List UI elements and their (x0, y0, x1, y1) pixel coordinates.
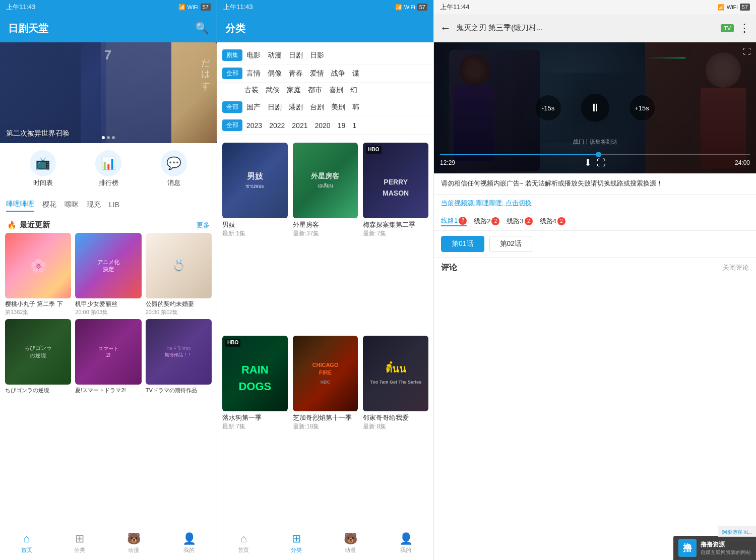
download-icon[interactable]: ⬇ (584, 157, 592, 168)
right-status-bar: 上午11:44 📶 WiFi 57 (434, 0, 756, 14)
cat-jiating[interactable]: 家庭 (287, 86, 301, 95)
resize-icon[interactable]: ⛶ (597, 158, 606, 168)
cat-row-year: 全部 2023 2022 2021 2020 19 1 (217, 116, 433, 135)
tab-sakura[interactable]: 樱花 (42, 198, 56, 211)
cat-2020[interactable]: 2020 (314, 121, 330, 130)
m-bottom-anime[interactable]: 🐻 动漫 (344, 532, 357, 554)
bottom-nav-home[interactable]: ⌂ 首页 (21, 532, 32, 554)
m-bottom-category[interactable]: ⊞ 分类 (291, 532, 302, 554)
list-item[interactable]: スマート2! 夏!スマートドラマ2! (75, 319, 141, 394)
series-item-alien[interactable]: 外星房客 เอเลียน 外星房客 最新:37集 (293, 143, 358, 331)
list-item[interactable]: 💍 公爵的契约未婚妻 20:30 第02集 (146, 233, 212, 316)
cat-2022[interactable]: 2022 (269, 121, 285, 130)
back-button[interactable]: ← (440, 22, 451, 35)
cat-huan[interactable]: 幻 (350, 86, 357, 95)
cat-guzhuang[interactable]: 古装 (244, 86, 259, 95)
cat-dushi[interactable]: 都市 (308, 86, 322, 95)
series-item-nanju[interactable]: 男妓 ชาเเพอะ 男妓 最新:1集 (222, 143, 288, 331)
bottom-nav-anime[interactable]: 🐻 动漫 (127, 532, 141, 554)
cat-riju[interactable]: 日剧 (289, 51, 303, 60)
notice-text: 请勿相信任何视频内嵌广告~ 若无法解析或播放失败请切换线路或搜索换源！ (441, 178, 749, 189)
line-4[interactable]: 线路4 2 (540, 217, 565, 226)
m-bottom-mine[interactable]: 👤 我的 (399, 532, 413, 554)
cat-gangju[interactable]: 港剧 (289, 103, 303, 112)
comment-title: 评论 (441, 263, 457, 273)
bottom-nav-category[interactable]: ⊞ 分类 (74, 532, 85, 554)
video-player[interactable]: -15s ⏸ +15s ⛶ 12:29 ⬇ ⛶ 24:00 (434, 42, 756, 173)
tab-bilibili[interactable]: 嗶哩嗶哩 (6, 198, 34, 212)
list-item[interactable]: TVドラマの期待作品！！ TVドラマの期待作品 (146, 319, 212, 394)
line-3[interactable]: 线路3 2 (507, 217, 532, 226)
cat-xiju[interactable]: 喜剧 (329, 86, 343, 95)
cat-qingchun[interactable]: 青春 (289, 69, 303, 78)
nav-messages[interactable]: 💬 消息 (161, 150, 187, 188)
item-title-2: 机甲少女爱丽丝 (75, 300, 141, 308)
tv-badge: TV (721, 24, 734, 32)
cat-han[interactable]: 韩 (352, 103, 359, 112)
skip-back-button[interactable]: -15s (536, 95, 561, 120)
watermark-url: 阿影博客 ht... (718, 526, 756, 537)
cat-row-region: 全部 国产 日剧 港剧 台剧 美剧 韩 (217, 98, 433, 116)
cat-taiju[interactable]: 台剧 (310, 103, 324, 112)
list-item[interactable]: 🌸 樱桃小丸子 第二季 下 第1382集 (5, 233, 71, 316)
progress-dot (596, 152, 601, 157)
cat-2021[interactable]: 2021 (292, 121, 307, 130)
line-1[interactable]: 线路1 2 (441, 216, 467, 226)
category-icon: ⊞ (75, 532, 84, 545)
cat-dongman[interactable]: 动漫 (268, 51, 282, 60)
thumb-nanju: 男妓 ชาเเพอะ (222, 143, 288, 218)
cat-meiju[interactable]: 美剧 (331, 103, 345, 112)
series-item-chicago[interactable]: CHICAGOFIRE NBC 芝加哥烈焰第十一季 最新:18集 (293, 336, 358, 524)
cat-row-genre1: 全部 言情 偶像 青春 爱情 战争 谍 (217, 65, 433, 83)
skip-forward-button[interactable]: +15s (629, 95, 655, 120)
time-row: 12:29 ⬇ ⛶ 24:00 (440, 157, 750, 168)
pause-button[interactable]: ⏸ (581, 94, 609, 122)
cat-yanqing[interactable]: 言情 (246, 69, 261, 78)
cat-die[interactable]: 谍 (352, 69, 359, 78)
more-options-button[interactable]: ⋮ (739, 22, 750, 35)
m-mine-label: 我的 (400, 546, 411, 554)
category-grid: 剧集 电影 动漫 日剧 日影 全部 言情 偶像 青春 爱情 战争 谍 (217, 42, 433, 139)
cat-wuxia[interactable]: 武侠 (266, 86, 280, 95)
tab-suomi[interactable]: 嗦咪 (65, 198, 79, 211)
cat-zhanzhen[interactable]: 战争 (331, 69, 345, 78)
cat-aiqing[interactable]: 爱情 (310, 69, 324, 78)
cat-1[interactable]: 1 (352, 121, 356, 130)
cat-guochan[interactable]: 国产 (246, 103, 261, 112)
cat-row-type: 剧集 电影 动漫 日剧 日影 (217, 46, 433, 65)
series-item-rain[interactable]: HBO RAIN DOGS 落水狗第一季 最新:7集 (222, 336, 288, 524)
ep-02-button[interactable]: 第02话 (489, 236, 533, 252)
source-link[interactable]: 当前视频源:嗶哩嗶哩: 点击切换 (441, 199, 532, 208)
list-item[interactable]: アニメ化決定 机甲少女爱丽丝 20:00 第03集 (75, 233, 141, 316)
tab-xianchong[interactable]: 现充 (87, 198, 101, 211)
cat-dianying[interactable]: 电影 (246, 51, 261, 60)
nav-timetable[interactable]: 📺 时间表 (30, 150, 56, 188)
close-comment-button[interactable]: 关闭评论 (723, 263, 749, 272)
cat-oupai[interactable]: 偶像 (268, 69, 282, 78)
tab-lib[interactable]: LIB (109, 199, 119, 211)
list-item[interactable]: ちびゴンラの逆境 ちびゴンラの逆境 (5, 319, 71, 394)
bottom-nav-mine[interactable]: 👤 我的 (182, 532, 196, 554)
cat-2023[interactable]: 2023 (246, 121, 262, 130)
thumb-chicago: CHICAGOFIRE NBC (293, 336, 358, 411)
cat-riju-r[interactable]: 日剧 (268, 103, 282, 112)
banner[interactable]: だはす 7 第二次被异世界召唤 (0, 42, 217, 143)
more-link[interactable]: 更多 (197, 221, 210, 230)
m-bottom-home[interactable]: ⌂ 首页 (238, 532, 249, 554)
recent-grid-1: 🌸 樱桃小丸子 第二季 下 第1382集 アニメ化決定 机甲少女爱丽丝 20:0… (0, 233, 217, 316)
ep-01-button[interactable]: 第01话 (441, 236, 484, 252)
fullscreen-button[interactable]: ⛶ (743, 47, 751, 56)
progress-bar[interactable] (434, 154, 756, 155)
search-button[interactable]: 🔍 (195, 22, 209, 35)
series-item-thai[interactable]: ติ๋นน Too Tam Get The Series 邻家哥哥给我爱 最新:… (363, 336, 428, 524)
line-2[interactable]: 线路2 2 (474, 217, 499, 226)
cat-riying[interactable]: 日影 (310, 51, 324, 60)
right-status-icons: 📶 WiFi 57 (718, 4, 750, 11)
series-item-perry[interactable]: HBO PERRY MASON 梅森探案集第二季 最新:7集 (363, 143, 428, 331)
m-home-label: 首页 (238, 546, 249, 554)
series-title-alien: 外星房客 (293, 220, 358, 229)
notice-box: 请勿相信任何视频内嵌广告~ 若无法解析或播放失败请切换线路或搜索换源！ (434, 173, 756, 195)
cat-19[interactable]: 19 (338, 121, 346, 130)
left-panel: 上午11:43 📶 WiFi 57 日剧天堂 🔍 だはす 7 第二次被异世界召唤 (0, 0, 217, 560)
nav-ranking[interactable]: 📊 排行榜 (95, 150, 121, 188)
